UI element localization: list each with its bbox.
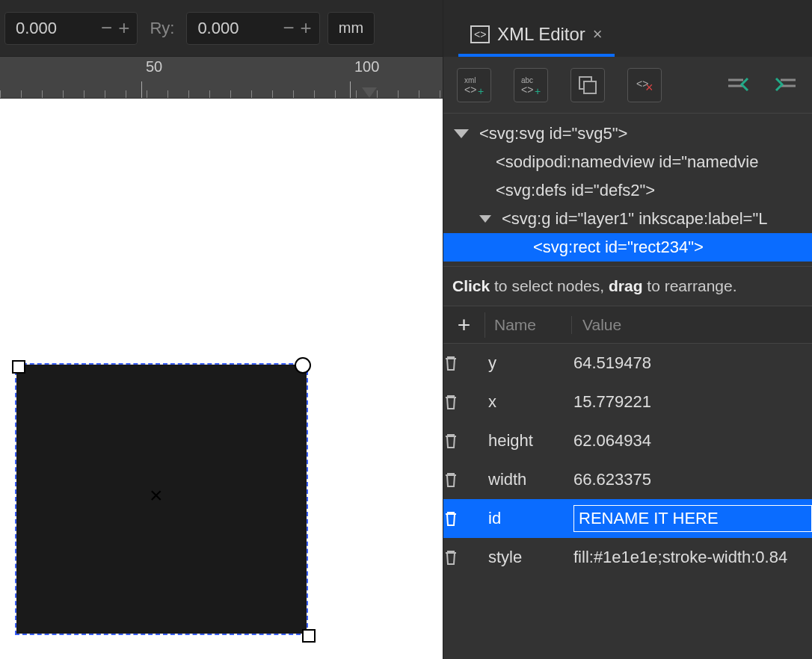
panel-tabs: <> XML Editor ×: [443, 0, 812, 57]
indent-node-button[interactable]: [773, 74, 799, 96]
xml-editor-panel: <> XML Editor × xml<>+ abc<>+ <>× <svg:s: [443, 0, 812, 659]
handle-top-right[interactable]: [295, 357, 311, 374]
tab-xml-editor[interactable]: <> XML Editor ×: [458, 15, 615, 57]
ruler-label: 50: [146, 58, 162, 75]
tree-node-defs[interactable]: <svg:defs id="defs2">: [443, 176, 812, 205]
svg-text:+: +: [535, 85, 541, 96]
unit-select[interactable]: mm: [327, 12, 375, 45]
ruler-label: 100: [354, 58, 379, 75]
ry-input[interactable]: 0.000 − +: [186, 12, 319, 45]
svg-text:<>: <>: [474, 28, 486, 40]
attribute-value[interactable]: 62.064934: [563, 431, 812, 451]
xml-toolbar: xml<>+ abc<>+ <>×: [443, 57, 812, 114]
attribute-name[interactable]: style: [485, 548, 563, 567]
center-cross-icon: ×: [150, 483, 163, 508]
duplicate-node-button[interactable]: [570, 68, 605, 102]
canvas-panel: 0.000 − + Ry: 0.000 − + mm 50100 ×: [0, 0, 443, 659]
attribute-row[interactable]: y64.519478: [443, 344, 812, 383]
trash-icon[interactable]: [443, 355, 485, 371]
canvas[interactable]: ×: [0, 99, 443, 659]
attribute-name[interactable]: x: [485, 392, 563, 412]
attribute-name[interactable]: width: [485, 470, 563, 489]
node-text: <svg:defs id="defs2">: [496, 181, 655, 200]
svg-text:×: ×: [645, 80, 653, 95]
attribute-value[interactable]: fill:#1e1e1e;stroke-width:0.84: [563, 548, 812, 567]
chevron-down-icon[interactable]: [454, 129, 469, 138]
ry-increment[interactable]: +: [298, 16, 315, 40]
column-value: Value: [572, 316, 621, 334]
unit-value: mm: [339, 19, 363, 37]
attribute-row[interactable]: stylefill:#1e1e1e;stroke-width:0.84: [443, 538, 812, 577]
trash-icon[interactable]: [443, 549, 485, 566]
add-attribute-button[interactable]: +: [443, 312, 485, 338]
ry-value: 0.000: [197, 19, 280, 38]
attribute-row[interactable]: width66.623375: [443, 460, 812, 499]
attribute-name[interactable]: y: [485, 353, 563, 373]
ruler-cursor-marker: [362, 87, 377, 98]
attribute-name[interactable]: id: [485, 509, 563, 528]
hint-text: Click to select nodes, drag to rearrange…: [443, 266, 812, 306]
handle-top-left[interactable]: [12, 360, 25, 374]
tool-controls-bar: 0.000 − + Ry: 0.000 − + mm: [0, 0, 443, 57]
svg-text:<>: <>: [521, 84, 533, 96]
rx-decrement[interactable]: −: [98, 16, 115, 40]
attribute-value-input[interactable]: [573, 505, 812, 532]
attribute-name[interactable]: height: [485, 431, 563, 451]
attribute-value[interactable]: 64.519478: [563, 353, 812, 373]
svg-text:+: +: [478, 85, 484, 96]
node-text: <sodipodi:namedview id="namedvie: [496, 152, 758, 172]
trash-icon[interactable]: [443, 394, 485, 410]
svg-text:<>: <>: [464, 84, 476, 96]
tree-node-namedview[interactable]: <sodipodi:namedview id="namedvie: [443, 148, 812, 176]
rx-increment[interactable]: +: [115, 16, 132, 40]
attribute-row[interactable]: x15.779221: [443, 383, 812, 421]
code-icon: <>: [470, 25, 490, 43]
tree-node-layer[interactable]: <svg:g id="layer1" inkscape:label="L: [443, 205, 812, 233]
node-text: <svg:rect id="rect234">: [533, 238, 704, 257]
delete-node-button[interactable]: <>×: [627, 68, 662, 102]
rx-value: 0.000: [16, 19, 98, 38]
horizontal-ruler: 50100: [0, 57, 443, 99]
ry-decrement[interactable]: −: [280, 16, 297, 40]
node-text: <svg:svg id="svg5">: [479, 124, 627, 143]
attribute-header: + Name Value: [443, 306, 812, 344]
trash-icon[interactable]: [443, 433, 485, 449]
attribute-row[interactable]: id: [443, 499, 812, 538]
close-icon[interactable]: ×: [593, 25, 603, 44]
new-element-button[interactable]: xml<>+: [457, 68, 491, 102]
tree-node-svg[interactable]: <svg:svg id="svg5">: [443, 120, 812, 148]
attribute-value[interactable]: 66.623375: [563, 470, 812, 489]
node-text: <svg:g id="layer1" inkscape:label="L: [502, 209, 767, 229]
new-text-node-button[interactable]: abc<>+: [514, 68, 548, 102]
unindent-node-button[interactable]: [725, 74, 751, 96]
attribute-value[interactable]: 15.779221: [563, 392, 812, 412]
tree-node-rect[interactable]: <svg:rect id="rect234">: [443, 233, 812, 262]
attribute-value[interactable]: [563, 505, 812, 532]
attribute-row[interactable]: height62.064934: [443, 421, 812, 460]
svg-rect-9: [584, 81, 596, 93]
trash-icon[interactable]: [443, 471, 485, 488]
chevron-down-icon[interactable]: [479, 215, 491, 223]
tab-label: XML Editor: [497, 24, 585, 45]
rx-input[interactable]: 0.000 − +: [4, 12, 138, 45]
trash-icon[interactable]: [443, 510, 485, 527]
xml-tree[interactable]: <svg:svg id="svg5"> <sodipodi:namedview …: [443, 114, 812, 266]
handle-bottom-right[interactable]: [302, 629, 316, 643]
attribute-list: y64.519478x15.779221height62.064934width…: [443, 344, 812, 577]
column-name: Name: [485, 316, 572, 334]
ry-label: Ry:: [145, 19, 179, 38]
